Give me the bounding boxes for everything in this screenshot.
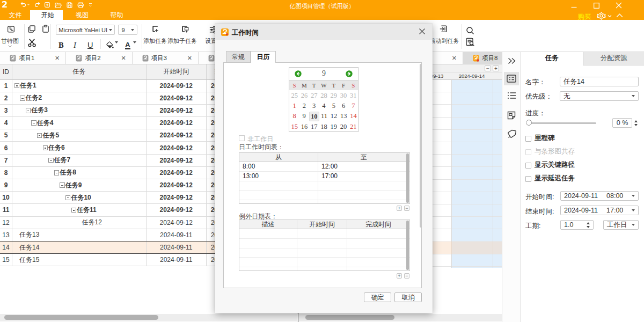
calendar-day-cell[interactable]: 7 [348,101,358,111]
progress-slider-track[interactable] [526,122,596,124]
collapse-icon[interactable] [20,96,25,101]
tab-close-icon[interactable]: ✕ [121,55,126,61]
dialog-scrollbar-thumb[interactable] [420,64,422,228]
collapse-icon[interactable] [31,120,36,126]
calendar-day-cell[interactable]: 18 [319,121,328,131]
calendar-day-cell[interactable]: 30 [339,90,348,100]
worktime-row[interactable]: 8:0012:00 [239,162,409,172]
calendar-day-cell[interactable]: 1 [289,101,299,111]
fill-color-icon[interactable] [106,41,114,49]
calendar-day-cell[interactable]: 31 [348,90,358,100]
find-task-icon[interactable] [466,38,475,46]
calendar-day-cell[interactable]: 13 [339,111,348,121]
end-time-select[interactable]: 2024-09-11 17:00 [560,206,639,215]
calendar-day-cell[interactable]: 3 [309,101,319,111]
add-task-label[interactable]: 添加任务 [143,37,167,45]
tab-close-icon[interactable]: ✕ [187,55,192,61]
font-size-select[interactable]: 9 [118,25,137,35]
add-task-icon[interactable] [151,25,159,33]
collapse-icon[interactable] [26,108,31,113]
copy-icon[interactable] [28,25,35,33]
calendar-day-cell[interactable]: 9 [299,111,309,121]
search-icon[interactable] [466,26,474,35]
calendar-day-cell[interactable]: 5 [329,101,339,111]
dialog-tab-calendar[interactable]: 日历 [251,51,275,62]
panel-note-icon[interactable] [506,110,517,121]
calendar-day-cell[interactable]: 16 [299,121,309,131]
tab-close-icon[interactable]: ✕ [55,55,60,61]
priority-select[interactable]: 无 [560,91,639,101]
exception-remove-button[interactable]: − [404,273,409,279]
fill-color-caret-icon[interactable] [115,43,118,51]
underline-button[interactable]: U [87,41,93,49]
document-tab[interactable]: 项目2✕ [66,52,132,64]
calendar-day-cell[interactable]: 27 [309,90,319,100]
calendar-day-cell[interactable]: 17 [309,121,319,131]
worktime-empty-row[interactable] [239,191,409,200]
menu-file[interactable]: 文件 [9,12,22,19]
col-header-id[interactable]: ID [0,64,12,79]
exception-add-button[interactable]: + [397,273,402,279]
duration-unit-select[interactable]: 工作日 [603,220,639,230]
document-tab[interactable]: 项目8 [463,52,502,64]
calendar-day-cell[interactable]: 15 [289,121,299,131]
exception-empty-row[interactable] [239,267,409,271]
calendar-day-cell[interactable]: 21 [348,121,358,131]
collapse-icon[interactable] [14,83,20,89]
gantt-zoom-out-button[interactable]: − [485,65,491,71]
progress-value-box[interactable]: 0 % [612,118,632,128]
collapse-icon[interactable] [43,145,48,151]
worktime-remove-button[interactable]: − [404,206,409,211]
critical-path-checkbox[interactable] [525,163,531,169]
collapse-icon[interactable] [60,182,65,188]
duration-spinner[interactable] [586,220,590,230]
calendar-day-cell[interactable]: 20 [339,121,348,131]
calendar-day-cell[interactable]: 11 [319,111,329,121]
panel-list-icon[interactable] [506,90,517,101]
font-color-caret-icon[interactable] [133,43,136,51]
duration-spin-down-icon[interactable] [587,226,590,228]
close-button[interactable] [612,1,625,10]
exception-table-scrollbar[interactable] [406,221,409,270]
start-time-select[interactable]: 2024-09-11 08:00 [560,191,639,201]
calendar-day-cell[interactable]: 12 [329,111,339,121]
dialog-tab-general[interactable]: 常规 [226,51,251,62]
calendar-day-cell[interactable]: 6 [339,101,348,111]
font-color-button[interactable]: A [125,41,130,49]
progress-slider-knob[interactable] [526,120,532,126]
calendar-day-cell[interactable]: 4 [319,101,328,111]
worktime-row[interactable]: 13:0017:00 [239,172,409,181]
italic-button[interactable]: I [74,41,76,50]
calendar-day-cell[interactable]: 8 [289,111,299,121]
tab-close-icon[interactable]: ✕ [452,55,457,61]
coexist-checkbox[interactable] [525,149,531,155]
worktime-table-scrollbar[interactable] [406,153,409,203]
exception-empty-row[interactable] [239,248,409,258]
menu-home[interactable]: 开始 [41,12,54,19]
panel-form-icon[interactable] [506,74,517,84]
scroll-to-task-label[interactable]: 滚动到任务 [429,37,459,45]
gantt-chart-icon[interactable] [8,26,14,33]
gantt-dropdown-icon[interactable] [8,45,12,47]
collapse-icon[interactable] [37,133,42,138]
menu-help[interactable]: 帮助 [111,12,123,19]
scroll-to-task-icon[interactable] [439,25,448,33]
collapse-icon[interactable] [65,195,71,201]
calendar-day-cell[interactable]: 29 [329,90,339,100]
delay-task-checkbox[interactable] [525,176,531,182]
calendar-day-cell[interactable]: 26 [299,90,309,100]
exception-empty-row[interactable] [239,239,409,248]
gantt-zoom-in-button[interactable]: + [493,65,499,71]
calendar-day-cell[interactable]: 25 [289,90,299,100]
calendar-day-cell[interactable]: 28 [319,90,328,100]
nonworking-checkbox[interactable] [239,135,245,141]
add-subtask-label[interactable]: 添加子任务 [167,37,197,45]
dialog-close-icon[interactable] [419,28,426,35]
calendar-day-cell[interactable]: 19 [329,121,339,131]
panel-tag-icon[interactable] [506,128,517,139]
collapse-icon[interactable] [48,158,54,163]
progress-spinner[interactable] [633,118,638,128]
minimize-button[interactable] [567,1,580,10]
paste-icon[interactable] [42,25,49,33]
settings-gear-icon[interactable] [597,11,606,20]
